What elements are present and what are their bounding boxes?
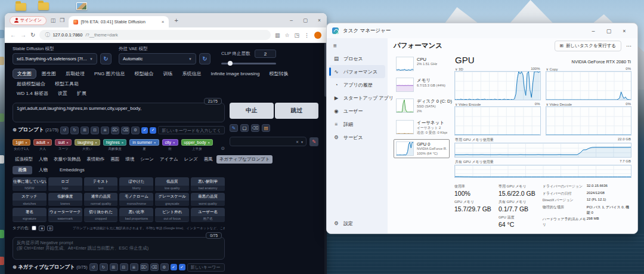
main-tab[interactable]: 模型转换 <box>265 69 292 78</box>
browser-maximize-button[interactable]: ▢ <box>303 17 308 23</box>
hamburger-menu-icon[interactable]: ≡ <box>329 39 385 51</box>
engine-label[interactable]: ∨ Video Decode <box>546 102 572 106</box>
main-tab[interactable]: 文生图 <box>13 69 36 79</box>
more-options-icon[interactable]: ⋯ <box>626 43 631 49</box>
back-icon[interactable]: ← <box>10 32 16 38</box>
model-refresh-icon[interactable]: ↻ <box>100 53 112 64</box>
tm-sidebar-item[interactable]: ◔ アプリの履歴 <box>329 78 385 91</box>
tm-sidebar-item[interactable]: ◉ ユーザー <box>329 104 385 118</box>
tag-remove-icon[interactable]: × <box>95 141 97 144</box>
tm-sidebar-item[interactable]: ∿ パフォーマンス <box>329 65 385 78</box>
vae-dropdown[interactable]: Automatic▼ <box>119 53 196 64</box>
tag-pill[interactable]: suit× <box>55 139 71 146</box>
clip-skip-value[interactable]: 2 <box>255 50 276 58</box>
tm-sidebar-item[interactable]: ≡ 詳細 <box>329 118 385 131</box>
desktop-folder-icon[interactable] <box>16 3 26 11</box>
performance-card[interactable]: ディスク 0 (C: D) SSD (SATA) 2% <box>394 96 450 116</box>
category-tab[interactable]: 人物 <box>36 155 50 164</box>
tm-maximize-button[interactable]: ▢ <box>601 28 617 34</box>
apply-style-brush-icon[interactable]: ✎ <box>309 137 318 146</box>
forward-icon[interactable]: → <box>20 32 26 38</box>
style-dropdown[interactable]: ✕▾ <box>230 137 306 146</box>
negative-tool-button[interactable]: ⌫ <box>150 263 159 271</box>
reload-icon[interactable]: ↻ <box>30 32 35 38</box>
sub-tab[interactable]: Embeddings <box>54 166 90 174</box>
clip-skip-slider[interactable] <box>221 63 276 64</box>
collapse-icon[interactable]: ⊙ <box>221 146 225 151</box>
desktop-icon-partial[interactable] <box>0 113 4 122</box>
side-panel-icon[interactable]: ▥ <box>275 32 280 38</box>
negative-tool-button[interactable]: ↺ <box>89 263 98 271</box>
negative-tag-button[interactable]: 通常の品質 normal quality <box>84 193 118 207</box>
browser-tab[interactable]: [5% ETA: 03:41] Stable Diffusion × <box>69 16 169 27</box>
tm-sidebar-settings[interactable]: ⚙ 設定 <box>329 217 385 230</box>
main-tab[interactable]: WD 1.4 标签器 <box>13 89 52 98</box>
browser-minimize-button[interactable]: – <box>290 17 293 23</box>
tag-remove-icon[interactable]: × <box>173 141 175 144</box>
performance-card[interactable]: GPU 0 NVIDIA GeForce R... 100% (64 °C) <box>394 139 450 158</box>
tag-pill[interactable]: laughing× <box>75 139 100 146</box>
prompt-tool-button[interactable]: ≣ <box>101 127 109 134</box>
main-tab[interactable]: 模型工具箱 <box>51 79 83 88</box>
negative-tag-button[interactable]: テキスト text <box>84 177 118 191</box>
prompt-tool-button[interactable]: ⌫ <box>121 127 129 134</box>
tag-remove-icon[interactable]: × <box>47 141 49 144</box>
bookmark-star-icon[interactable]: ☆ <box>284 32 289 38</box>
main-tab[interactable]: 训练 <box>159 69 177 78</box>
engine-label[interactable]: ∨ Video Encode <box>455 102 481 106</box>
prompt-textarea[interactable]: 1girl,adult,suit,laughing,highres,in sum… <box>13 103 225 122</box>
interrupt-button[interactable]: 中止 <box>230 103 274 119</box>
sub-tab[interactable]: 人物 <box>33 166 53 174</box>
desktop-folder-icon[interactable] <box>38 2 49 10</box>
tab-groups-icon[interactable]: ❐ <box>60 17 64 23</box>
generate-action-button[interactable]: ✎ <box>230 124 238 132</box>
tag-color-option-icon[interactable]: ▨ <box>47 226 53 231</box>
tm-sidebar-item[interactable]: ⚙ サービス <box>329 131 385 144</box>
main-tab[interactable]: 图生图 <box>38 69 60 78</box>
tag-color-option-icon[interactable]: ▣ <box>39 226 45 231</box>
negative-tool-button[interactable]: ↻ <box>100 263 108 271</box>
performance-card[interactable]: イーサネット イーサネット 2 送信: 0 受信: 0 Kbps <box>394 118 450 137</box>
negative-tag-button[interactable]: 低解像度 lowres <box>48 193 82 207</box>
negative-tag-button[interactable]: グレースケール grayscale <box>155 193 189 207</box>
main-tab[interactable]: 设置 <box>54 89 72 98</box>
desktop-image-icon[interactable] <box>76 2 87 10</box>
negative-tool-button[interactable]: ⚙ <box>160 263 169 271</box>
category-tab[interactable]: 画風 <box>202 155 215 164</box>
tm-close-button[interactable]: × <box>617 28 632 34</box>
desktop-icon-partial[interactable] <box>0 257 4 265</box>
sub-tab[interactable]: 画像 <box>13 166 32 174</box>
main-tab[interactable]: Infinite image browsing <box>207 70 264 78</box>
site-info-icon[interactable]: ⓘ <box>45 32 49 38</box>
extensions-icon[interactable]: ◳ <box>294 32 299 38</box>
negative-tag-button[interactable]: 低品質 low quality <box>155 177 189 191</box>
main-tab[interactable]: 扩展 <box>73 89 91 98</box>
run-new-task-button[interactable]: ⊞ 新しいタスクを実行する <box>555 41 621 51</box>
category-tab[interactable]: アイテム <box>157 155 181 164</box>
tag-remove-icon[interactable]: × <box>154 141 156 144</box>
category-tab[interactable]: 環境 <box>123 155 137 164</box>
main-tab[interactable]: 系统信息 <box>178 69 206 78</box>
browser-close-button[interactable]: × <box>318 17 321 23</box>
negative-tag-button[interactable]: 悪い解剖学 bad anatomy <box>191 177 225 191</box>
generate-action-button[interactable]: ▤ <box>262 124 270 132</box>
category-tab[interactable]: 画面 <box>108 155 122 164</box>
engine-label[interactable]: ∨ 3D <box>455 67 463 71</box>
main-tab[interactable]: 模型融合 <box>131 69 158 78</box>
negative-tool-button[interactable]: ⌦ <box>140 263 148 271</box>
prompt-tool-button[interactable]: ⊞ <box>80 127 89 134</box>
new-tab-button[interactable]: + <box>174 17 178 24</box>
skip-button[interactable]: 跳过 <box>275 103 319 119</box>
tag-pill[interactable]: adult× <box>33 139 52 146</box>
tag-pill[interactable]: city× <box>162 139 178 146</box>
category-tab[interactable]: 拡張模型 <box>13 155 35 164</box>
negative-tag-button[interactable]: 署名 signature <box>13 208 47 222</box>
tag-pill[interactable]: 1girl× <box>13 139 30 146</box>
category-tab[interactable]: シーン <box>138 155 156 164</box>
tag-remove-icon[interactable]: × <box>208 141 210 144</box>
category-tab[interactable]: レンズ <box>182 155 200 164</box>
prompt-tool-button[interactable]: ↻ <box>70 127 79 134</box>
negative-toggle-checkbox[interactable]: ✓ <box>171 264 177 270</box>
desktop-icon-partial[interactable] <box>0 230 4 238</box>
prompt-toggle-checkbox[interactable]: ✓ <box>141 127 148 134</box>
